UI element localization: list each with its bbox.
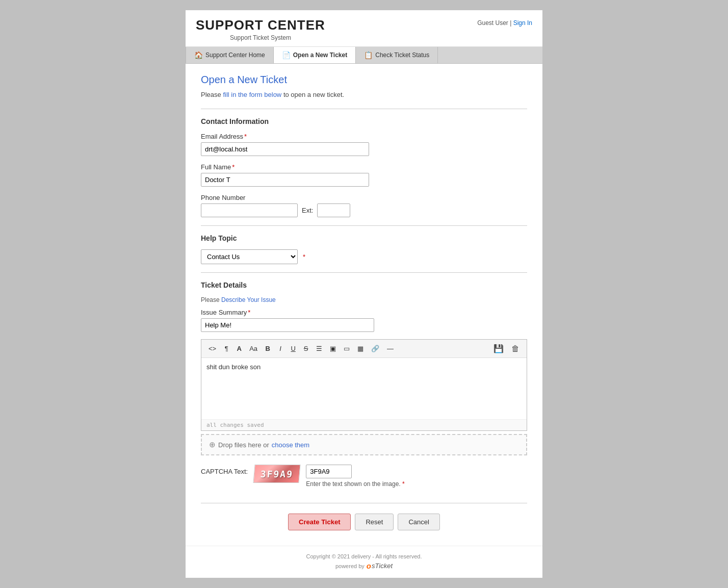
osticket-logo: osTicket [367,561,393,570]
toolbar-paragraph-btn[interactable]: ¶ [221,343,232,354]
new-ticket-icon: 📄 [282,51,291,59]
help-topic-row: Contact Us Technical Support General Inq… [201,249,527,264]
ticket-details-title: Ticket Details [201,281,527,289]
editor-wrapper: <> ¶ A Aa B I U S ☰ ▣ ▭ ▦ 🔗 — 💾 🗑 [201,339,527,431]
toolbar-image-btn[interactable]: ▣ [327,343,339,354]
captcha-required-star: * [402,480,405,488]
toolbar-table-btn[interactable]: ▦ [354,343,367,354]
email-required-star: * [244,133,247,140]
file-drop-area[interactable]: ⊕ Drop files here or choose them [201,434,527,455]
email-group: Email Address* [201,133,527,156]
toolbar-font-color-btn[interactable]: A [233,343,245,354]
toolbar-video-btn[interactable]: ▭ [341,343,353,354]
check-status-icon: 📋 [364,51,373,59]
captcha-label: CAPTCHA Text: [201,465,248,475]
header-user-area: Guest User | Sign In [477,17,532,27]
fullname-label: Full Name* [201,163,527,171]
nav-item-home[interactable]: 🏠 Support Center Home [186,47,274,63]
issue-summary-label: Issue Summary* [201,309,527,316]
page-title: Open a New Ticket [201,74,527,86]
ticket-details-section: Ticket Details Please Describe Your Issu… [201,281,527,455]
toolbar-source-btn[interactable]: <> [205,343,219,354]
logo-area: SUPPORT CENTER Support Ticket System [196,17,325,41]
file-drop-text: Drop files here or [218,441,269,449]
cancel-button[interactable]: Cancel [398,514,439,530]
email-label: Email Address* [201,133,527,140]
divider-3 [201,272,527,273]
toolbar-delete-btn[interactable]: 🗑 [508,343,523,355]
toolbar-link-btn[interactable]: 🔗 [368,343,382,354]
ext-input[interactable] [317,203,350,217]
toolbar-list-btn[interactable]: ☰ [313,343,325,354]
captcha-image: 3F9A9 [253,465,301,483]
guest-user-label: Guest User [477,19,508,27]
captcha-hint: Enter the text shown on the image. * [306,480,404,488]
form-actions: Create Ticket Reset Cancel [201,503,527,530]
desc-after: to open a new ticket. [281,91,344,98]
upload-icon: ⊕ [209,440,216,449]
content-area: Open a New Ticket Please fill in the for… [186,64,542,546]
toolbar-font-size-btn[interactable]: Aa [246,343,261,354]
editor-toolbar: <> ¶ A Aa B I U S ☰ ▣ ▭ ▦ 🔗 — 💾 🗑 [201,340,527,358]
describe-issue-link[interactable]: Describe Your Issue [221,296,276,303]
captcha-input-area: Enter the text shown on the image. * [306,465,404,488]
email-input[interactable] [201,142,369,156]
help-topic-group: Help Topic Contact Us Technical Support … [201,234,527,264]
ticket-details-subtitle: Please Describe Your Issue [201,296,527,303]
phone-group: Phone Number Ext: [201,194,527,217]
desc-before: Please [201,91,223,98]
contact-section-title: Contact Information [201,117,527,125]
phone-row: Ext: [201,203,527,217]
captcha-section: CAPTCHA Text: 3F9A9 Enter the text shown… [201,465,527,488]
page-description: Please fill in the form below to open a … [201,91,527,98]
divider-2 [201,225,527,226]
footer-powered: powered by osTicket [186,561,542,570]
create-ticket-button[interactable]: Create Ticket [288,514,351,530]
nav-check-status-label: Check Ticket Status [375,52,429,59]
help-topic-select[interactable]: Contact Us Technical Support General Inq… [201,249,298,264]
fullname-input[interactable] [201,173,369,187]
divider-1 [201,109,527,109]
nav-bar: 🏠 Support Center Home 📄 Open a New Ticke… [186,47,542,64]
captcha-input[interactable] [306,465,352,478]
reset-button[interactable]: Reset [355,514,394,530]
phone-label: Phone Number [201,194,527,201]
logo-subtitle: Support Ticket System [196,34,325,41]
home-icon: 🏠 [194,51,203,59]
toolbar-underline-btn[interactable]: U [288,343,299,354]
footer: Copyright © 2021 delivery - All rights r… [186,546,542,574]
issue-summary-group: Issue Summary* [201,309,527,332]
toolbar-hr-btn[interactable]: — [384,343,397,354]
fullname-group: Full Name* [201,163,527,187]
help-topic-title: Help Topic [201,234,527,242]
header: SUPPORT CENTER Support Ticket System Gue… [186,10,542,47]
toolbar-italic-btn[interactable]: I [275,343,286,354]
logo-title: SUPPORT CENTER [196,17,325,33]
ext-label: Ext: [302,207,313,214]
issue-summary-required-star: * [248,309,250,316]
footer-copyright: Copyright © 2021 delivery - All rights r… [186,553,542,559]
toolbar-bold-btn[interactable]: B [262,343,273,354]
nav-new-ticket-label: Open a New Ticket [293,52,347,59]
phone-input[interactable] [201,203,298,217]
issue-summary-input[interactable] [201,318,374,332]
toolbar-save-btn[interactable]: 💾 [490,342,507,355]
nav-item-check-status[interactable]: 📋 Check Ticket Status [356,47,438,63]
help-topic-required-star: * [303,253,305,261]
nav-home-label: Support Center Home [205,52,265,59]
fullname-required-star: * [232,163,235,171]
choose-files-link[interactable]: choose them [272,441,309,449]
nav-item-new-ticket[interactable]: 📄 Open a New Ticket [274,47,356,63]
desc-link[interactable]: fill in the form below [223,91,281,98]
sign-in-link[interactable]: Sign In [513,19,532,27]
editor-body[interactable]: shit dun broke son [201,358,527,419]
toolbar-strikethrough-btn[interactable]: S [300,343,311,354]
editor-status: all changes saved [201,419,527,430]
powered-by-text: powered by [335,563,365,569]
